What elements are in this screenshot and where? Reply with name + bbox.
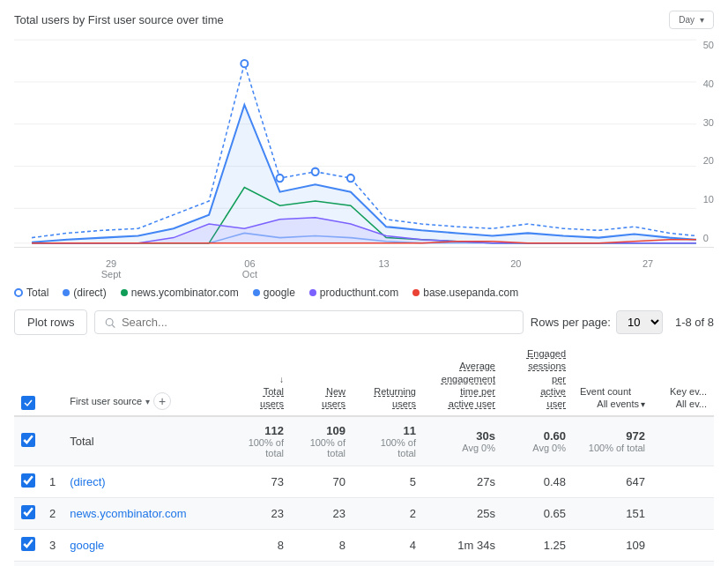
svg-point-10 [312,168,319,175]
row1-event-count: 647 [573,466,652,498]
legend-producthunt: producthunt.com [309,287,398,299]
x-axis: 29Sept 06Oct 13 20 27 [14,255,714,287]
svg-point-8 [241,60,248,67]
plot-rows-button[interactable]: Plot rows [14,309,87,335]
row2-event-count: 151 [573,498,652,530]
row1-engaged-sessions: 0.48 [502,466,573,498]
dimension-header[interactable]: First user source ▾ + [63,342,220,416]
total-new-users: 109 100% of total [291,416,353,466]
row1-checkbox[interactable] [21,473,35,488]
returning-users-header[interactable]: Returningusers [353,342,423,416]
svg-point-12 [107,318,114,325]
row2-engaged-sessions: 0.65 [502,498,573,530]
row3-engaged-sessions: 1.25 [502,530,573,562]
row3-avg-engagement: 1m 34s [423,530,502,562]
data-table: First user source ▾ + ↓ Totalusers Newus… [14,342,714,566]
row3-total-users: 8 [220,530,291,562]
first-user-source-label: First user source [70,395,142,407]
select-all-checkbox[interactable] [21,396,35,410]
row4-num: 4 [42,562,63,566]
total-avg-engagement: 30s Avg 0% [423,416,502,466]
row1-avg-engagement: 27s [423,466,502,498]
sort-down-icon: ↓ [279,374,284,385]
total-label-cell: Total [63,416,220,466]
y-axis: 50 40 30 20 10 0 [703,36,714,247]
legend-direct: (direct) [63,287,106,299]
row2-num: 2 [42,498,63,530]
usepanda-legend-icon [412,289,420,296]
engaged-sessions-header[interactable]: Engagedsessionsperactiveuser [502,342,573,416]
event-count-header[interactable]: Event count All events ▾ [573,342,652,416]
rows-per-page-control: Rows per page: 10 25 50 1-8 of 8 [531,310,714,334]
row4-engaged-sessions: 0.75 [502,562,573,566]
row2-checkbox[interactable] [21,505,35,519]
chart-area: 50 40 30 20 10 0 [14,36,714,248]
row2-key-events [652,498,714,530]
legend-google: google [253,287,295,299]
select-all-header [14,342,42,416]
row3-returning-users: 4 [353,530,423,562]
search-container [94,310,523,334]
row4-returning-users: 0 [353,562,423,566]
search-icon [104,317,115,329]
total-returning-users: 11 100% of total [353,416,423,466]
table-row: 3 google 8 8 4 1m 34s 1.25 109 [14,530,714,562]
legend-total: Total [14,287,48,299]
chart-title: Total users by First user source over ti… [14,13,224,26]
legend-ycombinator: news.ycombinator.com [121,287,239,299]
row1-source[interactable]: (direct) [63,466,220,498]
filter-arrow-icon: ▾ [145,396,150,407]
key-events-header[interactable]: Key ev... All ev... [652,342,714,416]
row3-source[interactable]: google [63,530,220,562]
avg-engagement-header[interactable]: Averageengagementtime peractive user [423,342,502,416]
all-events-arrow-icon[interactable]: ▾ [641,398,645,410]
svg-point-11 [347,175,354,182]
total-legend-icon [14,288,23,297]
total-event-count: 972 100% of total [573,416,652,466]
add-dimension-button[interactable]: + [153,392,171,410]
search-input[interactable] [122,316,514,329]
row1-returning-users: 5 [353,466,423,498]
table-row: 1 (direct) 73 70 5 27s 0.48 647 [14,466,714,498]
row2-returning-users: 2 [353,498,423,530]
row2-avg-engagement: 25s [423,498,502,530]
chart-legend: Total (direct) news.ycombinator.com goog… [14,287,714,299]
pagination-label: 1-8 of 8 [675,316,714,329]
rows-per-page-label: Rows per page: [531,316,611,329]
row1-num: 1 [42,466,63,498]
day-selector[interactable]: Day ▾ [669,11,714,29]
row1-total-users: 73 [220,466,291,498]
new-users-header[interactable]: Newusers [291,342,353,416]
row4-source[interactable]: producthunt.com [63,562,220,566]
row2-source[interactable]: news.ycombinator.com [63,498,220,530]
row4-key-events [652,562,714,566]
ycombinator-legend-icon [121,289,128,296]
row4-event-count: 32 [573,562,652,566]
total-row: Total 112 100% of total 109 100% of tota… [14,416,714,466]
total-checkbox[interactable] [21,433,35,447]
svg-point-9 [276,175,283,182]
legend-usepanda: base.usepanda.com [412,287,518,299]
row3-num: 3 [42,530,63,562]
google-legend-icon [253,289,260,296]
day-label: Day [679,15,695,25]
row2-new-users: 23 [291,498,353,530]
total-key-events [652,416,714,466]
row3-key-events [652,530,714,562]
row-num-header [42,342,63,416]
producthunt-legend-icon [309,289,316,296]
row3-new-users: 8 [291,530,353,562]
table-row: 4 producthunt.com 4 4 0 9s 0.75 32 [14,562,714,566]
total-engaged-sessions: 0.60 Avg 0% [502,416,573,466]
rows-per-page-select[interactable]: 10 25 50 [616,310,663,334]
toolbar: Plot rows Rows per page: 10 25 50 1-8 of… [14,309,714,335]
check-icon [24,398,33,407]
total-users-header[interactable]: ↓ Totalusers [220,342,291,416]
row4-total-users: 4 [220,562,291,566]
table-row: 2 news.ycombinator.com 23 23 2 25s 0.65 … [14,498,714,530]
line-chart [14,36,714,247]
row1-key-events [652,466,714,498]
row3-checkbox[interactable] [21,537,35,551]
row1-new-users: 70 [291,466,353,498]
svg-marker-6 [32,105,696,243]
